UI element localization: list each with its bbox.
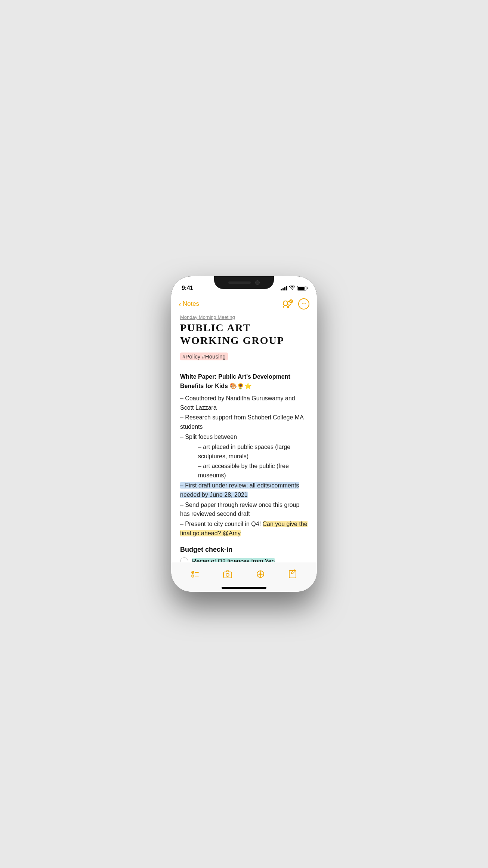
body-line-4: – art placed in public spaces (large scu… bbox=[180, 443, 308, 461]
body-line-2: – Research support from Schoberl College… bbox=[180, 413, 308, 432]
home-indicator bbox=[222, 587, 266, 589]
breadcrumb: Monday Morning Meeting bbox=[180, 314, 308, 320]
budget-header: Budget check-in bbox=[180, 546, 308, 554]
white-paper-title: White Paper: Public Art's Development Be… bbox=[180, 373, 290, 389]
collaboration-button[interactable] bbox=[281, 298, 293, 310]
white-paper-header: White Paper: Public Art's Development Be… bbox=[180, 372, 308, 391]
camera-button[interactable] bbox=[223, 569, 232, 579]
checklist-button[interactable] bbox=[190, 569, 200, 579]
tags-container: #Policy #Housing bbox=[180, 353, 308, 366]
battery-icon bbox=[297, 286, 306, 290]
notch-camera bbox=[255, 280, 260, 285]
svg-point-8 bbox=[226, 573, 229, 576]
svg-point-12 bbox=[260, 573, 261, 575]
body-line-1: – Coauthored by Nanditha Guruswamy and S… bbox=[180, 394, 308, 413]
body-line-6: – First draft under review; all edits/co… bbox=[180, 481, 308, 500]
chevron-left-icon: ‹ bbox=[179, 300, 181, 308]
wifi-icon bbox=[289, 285, 295, 291]
body-line-5: – art accessible by the public (free mus… bbox=[180, 462, 308, 480]
body-line-8: – Present to city council in Q4! Can you… bbox=[180, 520, 308, 538]
status-time: 9:41 bbox=[182, 285, 193, 292]
svg-point-4 bbox=[192, 575, 194, 577]
location-button[interactable] bbox=[256, 569, 265, 579]
navigation-bar: ‹ Notes ··· bbox=[171, 295, 317, 314]
body-line-7: – Send paper through review once this gr… bbox=[180, 501, 308, 519]
svg-rect-7 bbox=[223, 572, 232, 578]
tags-text: #Policy #Housing bbox=[180, 353, 228, 360]
notch bbox=[214, 276, 274, 289]
notch-speaker bbox=[228, 281, 251, 284]
signal-icon bbox=[281, 286, 287, 290]
breadcrumb-text: Monday Morning Meeting bbox=[180, 314, 235, 320]
back-label: Notes bbox=[183, 300, 199, 308]
back-button[interactable]: ‹ Notes bbox=[179, 300, 199, 308]
note-content: Monday Morning Meeting PUBLIC ART WORKIN… bbox=[171, 314, 317, 566]
status-icons bbox=[281, 285, 306, 291]
compose-button[interactable] bbox=[288, 569, 298, 579]
note-body: White Paper: Public Art's Development Be… bbox=[180, 372, 308, 538]
more-options-button[interactable]: ··· bbox=[298, 298, 309, 310]
nav-actions: ··· bbox=[281, 298, 309, 310]
note-title: PUBLIC ART WORKING GROUP bbox=[180, 321, 308, 347]
body-line-3: – Split focus between bbox=[180, 433, 308, 442]
